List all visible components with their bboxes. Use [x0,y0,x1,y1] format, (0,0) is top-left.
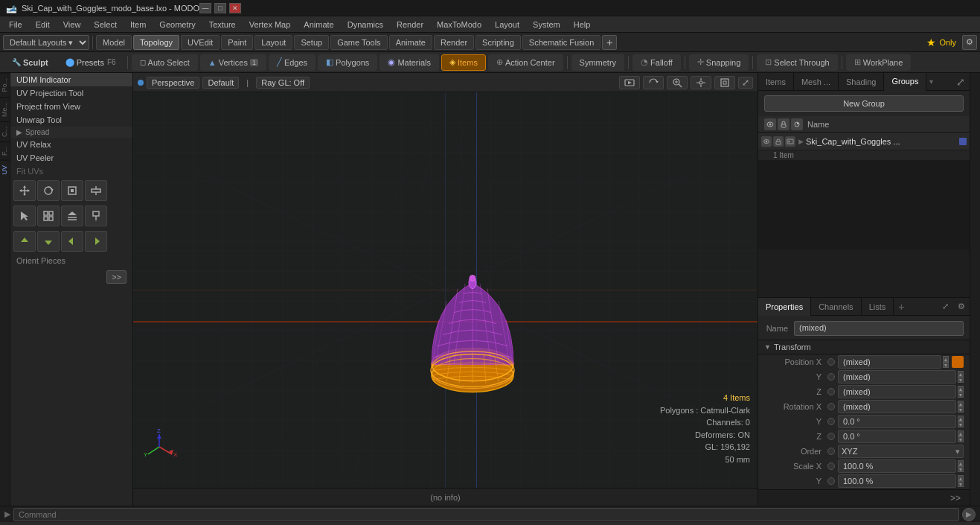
tool-uv-relax[interactable]: UV Relax [10,138,132,151]
tab-topology[interactable]: Topology [133,35,179,50]
rotation-x-circle[interactable] [827,403,835,410]
scale-x-down[interactable]: ▼ [958,466,964,472]
position-z-up[interactable]: ▲ [958,386,964,392]
tab-game-tools[interactable]: Game Tools [330,35,388,50]
tab-shading[interactable]: Shading [839,73,884,91]
presets-button[interactable]: ⬤Presets F6 [58,54,124,71]
group-item-row[interactable]: ▶ Ski_Cap_with_Goggles ... [758,133,970,150]
properties-expand-button[interactable]: ⤢ [938,302,953,311]
more-button[interactable]: >> [106,270,126,284]
viewport-settings-icon[interactable] [691,76,711,89]
viewport-maximize-icon[interactable] [714,76,735,89]
rotation-x-up[interactable]: ▲ [958,401,964,407]
rotation-y-down[interactable]: ▼ [958,421,964,427]
rotation-y-circle[interactable] [827,418,835,425]
properties-settings-button[interactable]: ⚙ [953,302,970,311]
tool-unwrap[interactable]: Unwrap Tool [10,113,132,127]
scale-x-value[interactable]: 100.0 % [838,459,956,473]
falloff-button[interactable]: ◔Falloff [632,54,681,71]
tool-icon-select[interactable] [13,206,36,226]
rotation-y-up[interactable]: ▲ [958,416,964,421]
prop-tab-channels[interactable]: Channels [811,298,861,316]
tool-spread-group[interactable]: ▶Spread [10,127,132,138]
add-layout-button[interactable]: + [602,35,617,50]
rotation-y-value[interactable]: 0.0 ° [838,415,956,428]
rotation-x-value[interactable]: (mixed) [838,400,956,413]
prop-tab-add[interactable]: + [894,298,909,316]
scale-y-value[interactable]: 100.0 % [838,474,956,488]
position-z-circle[interactable] [827,388,835,395]
tool-orient-pieces[interactable]: Orient Pieces [10,254,132,267]
tab-setup[interactable]: Setup [294,35,329,50]
tool-icon-arrow-down[interactable] [37,231,60,252]
properties-footer-expand[interactable]: >> [946,493,965,503]
vertices-button[interactable]: ▲Vertices 1 [200,54,266,71]
scale-y-down[interactable]: ▼ [958,481,964,487]
rotation-x-down[interactable]: ▼ [958,407,964,413]
side-label-po[interactable]: Po... [0,73,10,97]
tool-icon-move[interactable] [13,180,36,201]
position-z-value[interactable]: (mixed) [838,385,956,398]
maximize-button[interactable]: □ [214,3,226,13]
snapping-button[interactable]: ✛Snapping [689,54,749,71]
tool-udim[interactable]: UDIM Indicator [10,73,132,86]
viewport-default[interactable]: Default [202,77,239,89]
side-label-c[interactable]: C... [0,121,10,141]
items-button[interactable]: ◈Items [441,54,486,71]
side-label-uv[interactable]: UV [0,160,10,179]
menu-edit[interactable]: Edit [30,19,56,31]
name-field-value[interactable]: (mixed) [794,321,964,336]
tab-uvedit[interactable]: UVEdit [181,35,220,50]
viewport-camera-icon[interactable] [619,76,640,89]
tool-icon-transform[interactable] [85,180,107,201]
minimize-button[interactable]: — [199,3,211,13]
viewport-zoom-icon[interactable] [667,76,688,89]
side-label-f[interactable]: F... [0,141,10,160]
position-x-down[interactable]: ▼ [943,362,949,368]
materials-button[interactable]: ◉Materials [379,54,439,71]
transform-section-header[interactable]: ▼ Transform [758,340,970,354]
command-input[interactable] [13,508,959,521]
viewport-canvas[interactable]: X Y Z 4 Items Polygons : Catmull-Clark C… [133,92,758,488]
viewport-expand-button[interactable]: ⤢ [738,77,753,89]
menu-item[interactable]: Item [124,19,152,31]
rotation-z-down[interactable]: ▼ [958,436,964,442]
close-button[interactable]: ✕ [229,3,241,13]
tool-project-from-view[interactable]: Project from View [10,100,132,113]
position-y-circle[interactable] [827,373,835,381]
tool-icon-arrow-up[interactable] [13,231,36,252]
menu-animate[interactable]: Animate [298,19,339,31]
tool-icon-loop[interactable] [37,206,60,226]
viewport-perspective[interactable]: Perspective [147,77,199,89]
menu-layout[interactable]: Layout [489,19,525,31]
action-center-button[interactable]: ⊕Action Center [488,54,563,71]
position-y-up[interactable]: ▲ [958,371,964,377]
side-label-me[interactable]: Me... [0,97,10,121]
tool-icon-pin[interactable] [85,206,107,226]
tool-uv-projection[interactable]: UV Projection Tool [10,86,132,100]
item-extra-icon[interactable] [785,136,795,147]
menu-file[interactable]: File [3,19,28,31]
menu-vertex-map[interactable]: Vertex Map [243,19,297,31]
panel-expand-button[interactable]: ⤢ [952,76,970,88]
layout-dropdown[interactable]: Default Layouts ▾ [3,35,89,50]
position-z-down[interactable]: ▼ [958,392,964,398]
select-through-button[interactable]: ⊡Select Through [757,54,837,71]
position-x-circle[interactable] [827,358,835,366]
rotation-z-value[interactable]: 0.0 ° [838,430,956,443]
tab-scripting[interactable]: Scripting [475,35,521,50]
menu-texture[interactable]: Texture [203,19,242,31]
auto-select-button[interactable]: ◻Auto Select [132,54,198,71]
menu-maxtomodo[interactable]: MaxToModo [431,19,487,31]
item-lock-icon[interactable] [773,136,784,147]
edges-button[interactable]: ╱Edges [269,54,316,71]
tab-groups[interactable]: Groups [884,73,926,91]
tab-items[interactable]: Items [758,73,794,91]
tab-paint[interactable]: Paint [221,35,253,50]
position-x-up[interactable]: ▲ [943,356,949,362]
tool-fit-uvs[interactable]: Fit UVs [10,165,132,178]
tab-layout[interactable]: Layout [254,35,292,50]
tool-uv-peeler[interactable]: UV Peeler [10,151,132,165]
position-y-down[interactable]: ▼ [958,377,964,383]
tab-schematic[interactable]: Schematic Fusion [522,35,601,50]
